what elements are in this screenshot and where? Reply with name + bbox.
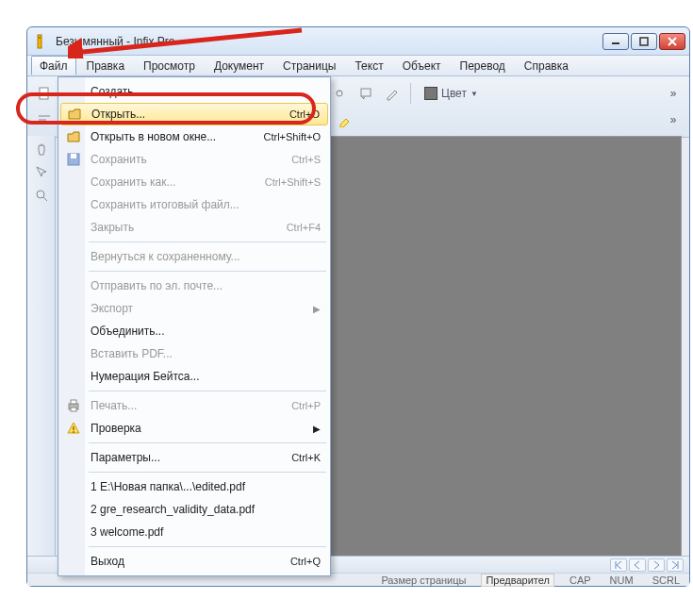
open-icon — [64, 129, 83, 144]
menu-item-label: Открыть в новом окне... — [83, 130, 263, 143]
save-icon — [64, 152, 83, 167]
submenu-arrow-icon: ▶ — [313, 304, 321, 314]
maximize-button[interactable] — [631, 33, 657, 50]
svg-rect-3 — [640, 38, 648, 45]
toolbar-separator — [410, 83, 411, 104]
menu-item: Сохранить итоговый файл... — [60, 193, 328, 216]
menu-item-label: Открыть... — [84, 108, 289, 121]
menu-item[interactable]: ВыходCtrl+Q — [60, 550, 328, 573]
link-button[interactable] — [328, 82, 351, 105]
menu-item: Вернуться к сохраненному... — [60, 245, 328, 268]
menu-item[interactable]: Проверка▶ — [60, 417, 328, 440]
svg-rect-16 — [361, 89, 371, 96]
menu-item-label: Отправить по эл. почте... — [83, 279, 321, 292]
chevron-down-icon: ▼ — [470, 90, 478, 98]
menu-object[interactable]: Объект — [394, 56, 450, 75]
menu-item[interactable]: Объединить... — [60, 320, 328, 342]
menu-document[interactable]: Документ — [206, 56, 272, 75]
menu-item-label: Параметры... — [83, 451, 291, 464]
menu-item: Экспорт▶ — [60, 297, 328, 320]
svg-rect-36 — [71, 154, 76, 158]
titlebar: Безымянный - Infix Pro — [27, 27, 689, 56]
status-page-size: Размер страницы — [377, 574, 470, 586]
app-window: Безымянный - Infix Pro Файл Правка Просм… — [26, 26, 690, 587]
first-page-button[interactable] — [610, 558, 627, 572]
menu-item-label: Экспорт — [83, 302, 313, 315]
highlight-button[interactable] — [334, 108, 356, 131]
menu-item[interactable]: 1 E:\Новая папка\...\edited.pdf — [60, 475, 328, 498]
menu-item-label: Сохранить как... — [83, 175, 265, 189]
last-page-button[interactable] — [667, 558, 684, 572]
menu-item: Печать...Ctrl+P — [60, 394, 328, 417]
status-cap: CAP — [566, 574, 595, 586]
print-icon — [64, 398, 83, 413]
menu-separator — [89, 472, 326, 473]
menu-item[interactable]: 3 welcome.pdf — [60, 521, 328, 543]
page-nav — [610, 558, 684, 572]
menu-item-label: Нумерация Бейтса... — [83, 370, 321, 383]
file-menu-dropdown: Создать...Открыть...Ctrl+OОткрыть в ново… — [58, 76, 331, 576]
menu-text[interactable]: Текст — [346, 56, 391, 75]
menu-item: Отправить по эл. почте... — [60, 275, 328, 297]
window-controls — [602, 33, 685, 50]
color-label: Цвет — [441, 87, 467, 100]
menu-item-label: Закрыть — [83, 221, 287, 234]
select-tool[interactable] — [31, 162, 52, 183]
menu-shortcut: Ctrl+P — [291, 400, 321, 411]
menu-help[interactable]: Справка — [516, 56, 577, 75]
status-preview[interactable]: Предварител — [481, 574, 554, 587]
menu-pages[interactable]: Страницы — [274, 56, 344, 75]
menu-item[interactable]: Нумерация Бейтса... — [60, 365, 328, 388]
status-scrl: SCRL — [649, 574, 684, 586]
menu-item: Вставить PDF... — [60, 342, 328, 365]
app-icon — [35, 34, 50, 49]
new-doc-button[interactable] — [33, 82, 56, 105]
menu-separator — [89, 546, 326, 547]
note-button[interactable] — [355, 82, 377, 105]
menu-item[interactable]: Создать... — [60, 80, 328, 103]
close-button[interactable] — [659, 33, 685, 50]
menu-item-label: Проверка — [83, 422, 313, 435]
menu-item[interactable]: Открыть...Ctrl+O — [60, 103, 328, 125]
color-picker[interactable]: Цвет ▼ — [418, 82, 485, 105]
menu-item-label: 2 gre_research_validity_data.pdf — [83, 503, 321, 516]
menu-edit[interactable]: Правка — [78, 56, 134, 75]
align-left-button[interactable] — [33, 108, 56, 131]
menu-item: СохранитьCtrl+S — [60, 148, 328, 171]
menu-item-label: Вернуться к сохраненному... — [83, 250, 321, 263]
menu-shortcut: Ctrl+Q — [290, 556, 321, 567]
menu-shortcut: Ctrl+Shift+S — [265, 176, 321, 188]
menu-translate[interactable]: Перевод — [452, 56, 514, 75]
menu-item: ЗакрытьCtrl+F4 — [60, 216, 328, 239]
menu-shortcut: Ctrl+S — [291, 154, 321, 165]
menu-item-label: 1 E:\Новая папка\...\edited.pdf — [83, 480, 321, 493]
status-num: NUM — [606, 574, 637, 586]
menu-item[interactable]: 2 gre_research_validity_data.pdf — [60, 498, 328, 521]
prev-page-button[interactable] — [629, 558, 646, 572]
submenu-arrow-icon: ▶ — [313, 424, 321, 434]
menu-item-label: Сохранить итоговый файл... — [83, 198, 321, 211]
left-toolbar — [27, 136, 56, 558]
menu-separator — [89, 241, 326, 242]
svg-rect-38 — [71, 400, 76, 404]
menu-item[interactable]: Открыть в новом окне...Ctrl+Shift+O — [60, 125, 328, 148]
menu-item[interactable]: Параметры...Ctrl+K — [60, 446, 328, 469]
open-icon — [65, 107, 84, 122]
hand-tool-button[interactable] — [31, 140, 52, 160]
svg-rect-1 — [39, 37, 41, 39]
menubar: Файл Правка Просмотр Документ Страницы Т… — [27, 56, 689, 76]
overflow-button-2[interactable]: » — [661, 108, 684, 131]
svg-rect-6 — [40, 88, 48, 99]
color-swatch-icon — [424, 87, 437, 100]
overflow-button[interactable]: » — [661, 82, 684, 105]
menu-shortcut: Ctrl+Shift+O — [263, 131, 321, 142]
menu-file[interactable]: Файл — [31, 56, 76, 75]
menu-shortcut: Ctrl+K — [291, 452, 321, 463]
menu-item-label: Выход — [83, 555, 290, 568]
svg-rect-39 — [71, 408, 76, 411]
next-page-button[interactable] — [648, 558, 665, 572]
menu-view[interactable]: Просмотр — [135, 56, 204, 75]
minimize-button[interactable] — [602, 33, 629, 50]
zoom-tool[interactable] — [31, 185, 52, 206]
edit-button[interactable] — [381, 82, 404, 105]
